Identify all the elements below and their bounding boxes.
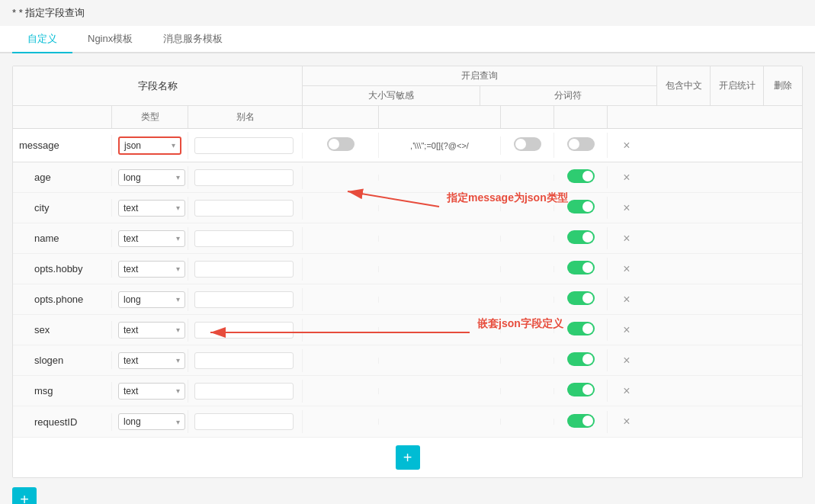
name-case-cell	[303, 236, 379, 242]
city-alias-input[interactable]	[194, 200, 294, 217]
th-enable-sub: 大小写敏感 分词符	[303, 86, 656, 105]
opts-phone-stats-toggle[interactable]	[567, 291, 595, 305]
slogen-delete-button[interactable]: ×	[623, 354, 630, 367]
th-enable-query-label: 开启查询	[303, 66, 656, 86]
msg-field-name: msg	[28, 382, 112, 400]
sex-stats-toggle[interactable]	[567, 322, 595, 335]
slogen-alias-cell	[188, 349, 303, 372]
sub-add-button[interactable]: +	[396, 445, 420, 470]
chevron-down-icon: ▾	[176, 387, 180, 395]
tab-message-service[interactable]: 消息服务模板	[148, 26, 238, 53]
msg-alias-input[interactable]	[194, 383, 294, 400]
requestid-cn-cell	[501, 419, 554, 425]
requestid-type-select[interactable]: long ▾	[118, 413, 185, 430]
requestid-stats-toggle[interactable]	[567, 414, 595, 428]
opts-phone-stats-cell	[554, 288, 608, 310]
message-alias-input[interactable]	[194, 137, 294, 154]
opts-phone-field-name: opts.phone	[28, 291, 112, 308]
message-stats-toggle[interactable]	[567, 137, 595, 151]
requestid-type-cell: long ▾	[112, 410, 188, 433]
name-field-name: name	[28, 230, 112, 247]
msg-stats-toggle[interactable]	[567, 383, 595, 396]
tab-custom[interactable]: 自定义	[12, 26, 72, 53]
sub-th-case	[303, 106, 379, 128]
name-stats-cell	[554, 227, 608, 249]
opts-hobby-case-cell	[303, 266, 379, 272]
message-type-select[interactable]: json ▾	[118, 136, 181, 155]
chevron-down-icon: ▾	[176, 418, 180, 426]
msg-type-cell: text ▾	[112, 380, 188, 403]
name-type-select[interactable]: text ▾	[118, 230, 185, 247]
opts-phone-type-select[interactable]: long ▾	[118, 291, 185, 308]
name-alias-input[interactable]	[194, 230, 294, 247]
slogen-stats-toggle[interactable]	[567, 352, 595, 366]
sex-delete-button[interactable]: ×	[623, 323, 630, 336]
table-wrapper: 字段名称 开启查询 大小写敏感 分词符	[12, 66, 803, 478]
chevron-down-icon: ▾	[176, 295, 180, 303]
opts-phone-delete-button[interactable]: ×	[623, 293, 630, 306]
city-type-select[interactable]: text ▾	[118, 200, 185, 217]
sub-rows-container: age long ▾	[13, 162, 802, 437]
msg-alias-cell	[188, 380, 303, 403]
chevron-down-icon: ▾	[176, 204, 180, 212]
opts-hobby-type-select[interactable]: text ▾	[118, 261, 185, 278]
opts-phone-alias-input[interactable]	[194, 291, 294, 308]
bottom-add-container: +	[12, 487, 803, 504]
slogen-type-select[interactable]: text ▾	[118, 352, 185, 369]
msg-type-select[interactable]: text ▾	[118, 383, 185, 400]
msg-delete-cell: ×	[608, 381, 646, 401]
sex-alias-input[interactable]	[194, 322, 294, 339]
row-age: age long ▾	[13, 162, 802, 193]
sub-th-alias: 别名	[188, 106, 303, 128]
slogen-tok-cell	[379, 358, 501, 364]
row-opts-hobby: opts.hobby text ▾	[13, 254, 802, 284]
message-type-cell: json ▾	[112, 132, 188, 159]
slogen-type-cell: text ▾	[112, 349, 188, 372]
age-stats-toggle[interactable]	[567, 169, 595, 183]
sub-th-field	[13, 106, 112, 128]
city-alias-cell	[188, 197, 303, 220]
requestid-delete-cell: ×	[608, 412, 646, 432]
message-field-name: message	[13, 135, 112, 156]
slogen-field-name: slogen	[28, 352, 112, 369]
age-tok-cell	[379, 175, 501, 181]
requestid-alias-input[interactable]	[194, 413, 294, 430]
city-delete-button[interactable]: ×	[623, 201, 630, 214]
chevron-down-icon: ▾	[176, 356, 180, 364]
msg-delete-button[interactable]: ×	[623, 384, 630, 397]
message-case-toggle[interactable]	[327, 137, 355, 151]
chevron-down-icon: ▾	[176, 265, 180, 273]
message-tokenizer-cell: ,'\\\";=0[]{?@<>/	[379, 136, 501, 155]
age-type-select[interactable]: long ▾	[118, 169, 185, 186]
message-delete-button[interactable]: ×	[623, 139, 630, 152]
age-delete-button[interactable]: ×	[623, 171, 630, 184]
opts-hobby-stats-toggle[interactable]	[567, 261, 595, 274]
opts-hobby-delete-button[interactable]: ×	[623, 262, 630, 275]
city-type-cell: text ▾	[112, 197, 188, 220]
city-stats-toggle[interactable]	[567, 200, 595, 213]
chevron-down-icon: ▾	[176, 173, 180, 181]
tab-nginx[interactable]: Nginx模板	[72, 26, 148, 53]
sex-delete-cell: ×	[608, 320, 646, 340]
name-delete-cell: ×	[608, 229, 646, 249]
opts-hobby-cn-cell	[501, 266, 554, 272]
message-cn-toggle[interactable]	[514, 137, 541, 151]
bottom-add-button[interactable]: +	[12, 487, 37, 504]
sex-type-cell: text ▾	[112, 319, 188, 342]
msg-case-cell	[303, 388, 379, 394]
th-case-sensitive: 大小写敏感	[303, 86, 480, 105]
age-alias-input[interactable]	[194, 169, 294, 186]
sub-th-del	[608, 106, 646, 128]
msg-tok-cell	[379, 388, 501, 394]
city-stats-cell	[554, 197, 608, 219]
name-delete-button[interactable]: ×	[623, 232, 630, 245]
opts-hobby-type-cell: text ▾	[112, 258, 188, 281]
sex-cn-cell	[501, 327, 554, 333]
sex-type-select[interactable]: text ▾	[118, 322, 185, 339]
opts-hobby-delete-cell: ×	[608, 259, 646, 279]
name-stats-toggle[interactable]	[567, 230, 595, 244]
requestid-delete-button[interactable]: ×	[623, 415, 630, 428]
opts-hobby-alias-input[interactable]	[194, 261, 294, 278]
slogen-alias-input[interactable]	[194, 352, 294, 369]
slogen-case-cell	[303, 358, 379, 364]
